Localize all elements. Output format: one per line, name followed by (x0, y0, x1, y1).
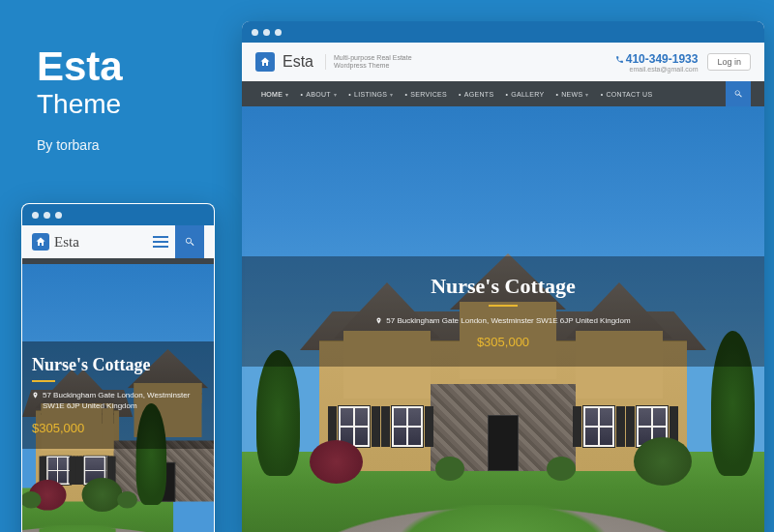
divider-icon (32, 380, 55, 382)
window-titlebar (22, 204, 214, 225)
chevron-down-icon: ▾ (585, 91, 588, 98)
chevron-down-icon: ▾ (285, 91, 288, 98)
window-titlebar (242, 21, 764, 43)
brand-logo-icon (32, 233, 49, 251)
contact-block: 410-349-1933 email.esta@gmail.com (615, 52, 699, 73)
window-dot-icon (32, 212, 39, 219)
listing-title: Nurse's Cottage (261, 274, 745, 299)
nav-contact[interactable]: • CONTACT US (595, 91, 659, 98)
promo-title: Esta (37, 46, 123, 87)
window-dot-icon (263, 29, 270, 36)
listing-address: 57 Buckingham Gate London, Westminster S… (261, 316, 745, 325)
hero-slide: Nurse's Cottage 57 Buckingham Gate Londo… (242, 106, 764, 532)
brand-name: Esta (54, 234, 79, 251)
mobile-preview: Esta Nurse's Cottage 57 Buckingh (21, 203, 215, 532)
listing-price: $305,000 (261, 335, 745, 349)
search-icon (733, 89, 743, 99)
promo-title-block: Esta Theme By torbara (37, 46, 123, 153)
pin-icon (375, 317, 382, 324)
nav-gallery[interactable]: • GALLERY (499, 91, 550, 98)
listing-overlay: Nurse's Cottage 57 Buckingham Gate Londo… (22, 341, 214, 449)
site-header: Esta Multi-purpose Real EstateWordpress … (242, 43, 764, 81)
menu-button[interactable] (146, 227, 175, 256)
nav-listings[interactable]: • LISTINGS▾ (342, 91, 399, 98)
mobile-header: Esta (22, 225, 214, 258)
listing-price: $305,000 (32, 421, 204, 435)
brand-block[interactable]: Esta Multi-purpose Real EstateWordpress … (255, 52, 412, 72)
hamburger-icon (153, 236, 168, 238)
nav-agents[interactable]: • AGENTS (453, 91, 499, 98)
chevron-down-icon: ▾ (334, 91, 337, 98)
pin-icon (32, 392, 39, 399)
listing-address: 57 Buckingham Gate London, WestminsterSW… (32, 390, 204, 411)
brand-block[interactable]: Esta (32, 233, 79, 251)
brand-tagline: Multi-purpose Real EstateWordpress Theme (325, 54, 412, 69)
window-dot-icon (252, 29, 258, 36)
nav-about[interactable]: • ABOUT▾ (295, 91, 343, 98)
window-dot-icon (275, 29, 282, 36)
email-link[interactable]: email.esta@gmail.com (615, 66, 699, 73)
listing-title: Nurse's Cottage (32, 355, 204, 375)
search-button[interactable] (175, 225, 204, 258)
header-right: 410-349-1933 email.esta@gmail.com Log in (615, 52, 751, 73)
promo-subtitle: Theme (37, 89, 123, 120)
hero-slide: Nurse's Cottage 57 Buckingham Gate Londo… (22, 264, 214, 532)
brand-logo-icon (255, 52, 275, 72)
phone-icon (615, 55, 624, 64)
search-button[interactable] (726, 81, 751, 106)
search-icon (184, 236, 195, 248)
nav-services[interactable]: • SERVICES (400, 91, 453, 98)
desktop-preview: Esta Multi-purpose Real EstateWordpress … (242, 21, 764, 532)
nav-news[interactable]: • NEWS▾ (550, 91, 594, 98)
divider-icon (489, 305, 518, 307)
phone-link[interactable]: 410-349-1933 (615, 52, 699, 66)
window-dot-icon (55, 212, 62, 219)
window-dot-icon (44, 212, 50, 219)
login-button[interactable]: Log in (707, 53, 751, 71)
nav-home[interactable]: HOME▾ (255, 91, 295, 98)
brand-name: Esta (283, 53, 313, 71)
promo-author: By torbara (37, 137, 123, 153)
chevron-down-icon: ▾ (390, 91, 393, 98)
main-nav: HOME▾ • ABOUT▾ • LISTINGS▾ • SERVICES • … (242, 81, 764, 106)
listing-overlay: Nurse's Cottage 57 Buckingham Gate Londo… (242, 256, 764, 367)
